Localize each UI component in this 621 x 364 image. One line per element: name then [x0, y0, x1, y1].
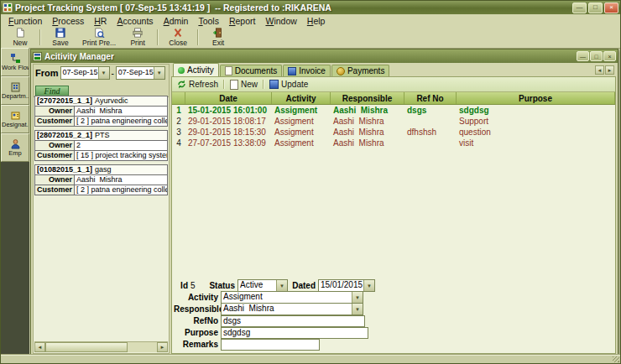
close-button[interactable]: ×: [604, 3, 618, 13]
menu-window[interactable]: Window: [260, 16, 301, 26]
chevron-down-icon[interactable]: ▼: [352, 304, 363, 315]
grid-toolbar-separator: [263, 80, 264, 89]
child-title-bar[interactable]: Acitivity Manager — □ ×: [31, 49, 618, 63]
menu-report[interactable]: Report: [224, 16, 261, 26]
new-record-label: New: [241, 80, 258, 89]
scroll-right-arrow-icon[interactable]: ►: [157, 342, 168, 352]
cell-row-number: 4: [172, 138, 185, 148]
detail-form: Id 5 Status Active ▼ Dated 15/01/2015 ▼: [174, 280, 613, 351]
child-close-button[interactable]: ×: [603, 51, 616, 61]
cell-date: 29-01-2015 18:08:17: [185, 116, 272, 127]
sidebar-item-departments[interactable]: Departm...: [1, 76, 29, 105]
cell-responsible: Aashi Mishra: [331, 105, 404, 116]
dated-picker[interactable]: 15/01/2015 ▼: [318, 279, 375, 292]
activity-label: Activity: [174, 293, 221, 302]
sidebar-item-workflow[interactable]: Work Flow: [1, 48, 29, 76]
child-window-title: Acitivity Manager: [44, 52, 576, 61]
employee-icon: [10, 138, 21, 149]
column-header-responsible[interactable]: Responsible: [331, 92, 404, 104]
toolbar-print-button[interactable]: Print: [121, 27, 154, 48]
date-to-picker[interactable]: 07-Sep-15 ▼: [116, 66, 165, 80]
grid-row-selected[interactable]: 1 15-01-2015 16:01:00 Assigment Aashi Mi…: [172, 105, 615, 116]
maximize-button[interactable]: □: [588, 3, 603, 13]
menu-tools[interactable]: Tools: [193, 16, 224, 26]
tab-scroll-right-icon[interactable]: ►: [605, 65, 614, 75]
date-from-picker[interactable]: 07-Sep-15 ▼: [60, 66, 110, 80]
horizontal-scrollbar[interactable]: ◄ ►: [34, 341, 168, 352]
scroll-left-arrow-icon[interactable]: ◄: [34, 342, 45, 352]
tab-activity[interactable]: Activity: [173, 63, 219, 76]
chevron-down-icon[interactable]: ▼: [276, 280, 287, 291]
cell-date: 15-01-2015 16:01:00: [185, 105, 272, 116]
grid-row[interactable]: 3 29-01-2015 18:15:30 Assigment Aashi Mi…: [172, 127, 615, 138]
column-header-purpose[interactable]: Purpose: [457, 92, 615, 104]
sidebar-item-label: Departm...: [2, 92, 29, 100]
child-minimize-button[interactable]: —: [577, 51, 589, 61]
tab-documents[interactable]: Documents: [220, 65, 283, 76]
chevron-down-icon[interactable]: ▼: [98, 67, 109, 79]
responsible-select[interactable]: Aashi Mishra ▼: [221, 303, 363, 315]
sidebar-item-designations[interactable]: Designat...: [1, 105, 29, 133]
activity-select[interactable]: Assigment ▼: [221, 291, 363, 304]
scrollbar-track[interactable]: [128, 342, 157, 352]
refresh-button[interactable]: Refresh: [174, 78, 222, 91]
column-header-refno[interactable]: Ref No: [404, 92, 457, 104]
cell-responsible: Aashi Mishra: [331, 138, 404, 148]
record-owner-row: Owner Aashi Mishra: [35, 107, 167, 117]
column-header-selector[interactable]: [172, 92, 185, 104]
chevron-down-icon[interactable]: ▼: [352, 292, 363, 303]
tab-scroll-left-icon[interactable]: ◄: [595, 65, 604, 75]
scrollbar-thumb[interactable]: [45, 342, 128, 352]
column-header-activity[interactable]: Activity: [272, 92, 331, 104]
child-window-icon: [33, 52, 42, 61]
status-select[interactable]: Active ▼: [237, 279, 288, 292]
toolbar-print-preview-button[interactable]: Print Pre...: [77, 27, 121, 48]
refno-label: RefNo: [174, 316, 221, 325]
window-title: Project Tracking System [ 07-Sep-15 13:4…: [15, 3, 572, 13]
record-item[interactable]: [27072015_1_1]Ayurvedic Owner Aashi Mish…: [34, 96, 168, 127]
sidebar-item-employees[interactable]: Emp: [1, 133, 29, 162]
resize-grip[interactable]: [613, 356, 619, 362]
toolbar-save-button[interactable]: Save: [44, 27, 77, 48]
child-maximize-button[interactable]: □: [590, 51, 603, 61]
menu-hr[interactable]: HR: [89, 16, 112, 26]
menu-help[interactable]: Help: [302, 16, 331, 26]
menu-function[interactable]: Function: [3, 16, 47, 26]
minimize-button[interactable]: —: [572, 3, 587, 13]
update-button[interactable]: Update: [266, 78, 311, 91]
menu-admin[interactable]: Admin: [159, 16, 194, 26]
grid-row[interactable]: 4 27-07-2015 13:38:09 Assigment Aashi Mi…: [172, 138, 615, 148]
cell-row-number: 3: [172, 127, 185, 138]
grid-row[interactable]: 2 29-01-2015 18:08:17 Assigment Aashi Mi…: [172, 116, 615, 127]
toolbar-new-button[interactable]: New: [3, 27, 37, 48]
refresh-label: Refresh: [189, 80, 218, 89]
chevron-down-icon[interactable]: ▼: [363, 280, 374, 291]
new-record-button[interactable]: New: [227, 78, 261, 91]
toolbar-exit-button[interactable]: Exit: [201, 27, 235, 48]
purpose-input[interactable]: sdgdsg: [221, 327, 368, 339]
toolbar-close-button[interactable]: Close: [161, 27, 195, 48]
payments-tab-icon: [337, 67, 345, 75]
status-label: Status: [204, 281, 237, 290]
customer-value: [ 2 ] patna engineering college: [74, 117, 167, 126]
column-header-date[interactable]: Date: [185, 92, 272, 104]
tab-payments[interactable]: Payments: [331, 65, 389, 76]
record-item[interactable]: [01082015_1_1]gasg Owner Aashi Mishra Cu…: [34, 164, 168, 195]
cell-refno: dsgs: [404, 105, 457, 116]
menu-accounts[interactable]: Accounts: [112, 16, 158, 26]
remarks-input[interactable]: [221, 339, 320, 351]
tab-invoice[interactable]: Invoice: [283, 65, 331, 76]
customer-label: Customer: [35, 185, 74, 195]
menu-process[interactable]: Process: [47, 16, 89, 26]
cell-date: 27-07-2015 13:38:09: [185, 138, 272, 148]
record-item[interactable]: [28072015_2_1]PTS Owner 2 Customer [ 15 …: [34, 130, 168, 161]
chevron-down-icon[interactable]: ▼: [154, 67, 164, 79]
activity-manager-window: Acitivity Manager — □ × From 07-Sep-15 ▼…: [30, 49, 618, 356]
record-header: [28072015_2_1]PTS: [35, 131, 167, 141]
sidebar-item-label: Designat...: [2, 121, 29, 128]
cell-activity: Assigment: [272, 105, 331, 116]
id-value: 5: [190, 281, 204, 290]
refno-input[interactable]: dsgs: [221, 315, 365, 327]
owner-label: Owner: [35, 107, 74, 116]
title-bar: Project Tracking System [ 07-Sep-15 13:4…: [1, 1, 620, 14]
